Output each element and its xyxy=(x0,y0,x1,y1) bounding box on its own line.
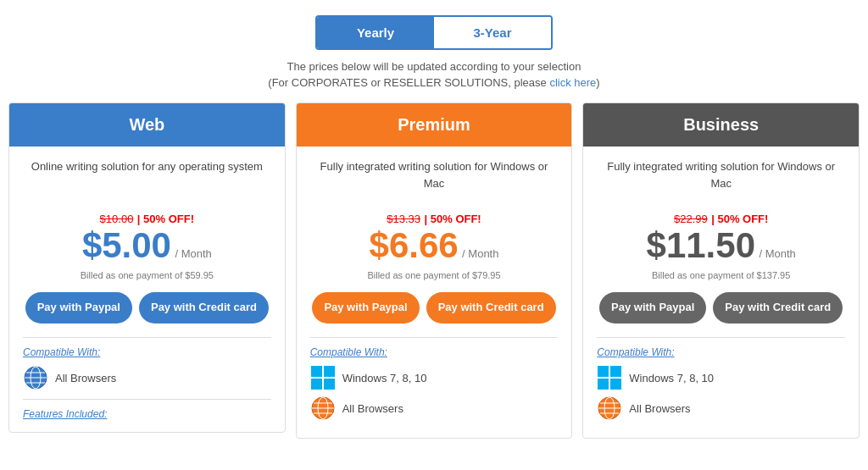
plan-premium-divider xyxy=(310,337,559,338)
plan-premium-paypal-btn[interactable]: Pay with Paypal xyxy=(312,292,419,323)
svg-rect-6 xyxy=(324,366,335,377)
plan-business-current-price: $11.50 xyxy=(647,225,755,265)
plan-premium-windows-label: Windows 7, 8, 10 xyxy=(342,372,427,384)
plan-premium-per-month: / Month xyxy=(462,247,498,260)
plan-web-current-price: $5.00 xyxy=(82,225,171,265)
plan-business-per-month: / Month xyxy=(759,247,795,260)
svg-rect-7 xyxy=(311,379,322,390)
plan-web-desc: Online writing solution for any operatin… xyxy=(23,158,271,201)
plan-premium-windows-item: Windows 7, 8, 10 xyxy=(310,365,559,390)
plan-premium-desc: Fully integrated writing solution for Wi… xyxy=(310,158,559,201)
plan-web-original-price: $10.00 xyxy=(100,213,134,225)
plan-web: Web Online writing solution for any oper… xyxy=(8,102,286,433)
plan-business-divider xyxy=(597,337,845,338)
toggle-wrapper: Yearly 3-Year xyxy=(315,15,553,50)
plan-web-divider xyxy=(23,337,271,338)
plan-business-discount: | 50% OFF! xyxy=(711,213,768,225)
plan-web-features-title: Features Included: xyxy=(23,408,271,420)
plan-business-browser-label: All Browsers xyxy=(629,402,690,415)
windows-icon-business xyxy=(597,365,622,390)
plan-business-desc: Fully integrated writing solution for Wi… xyxy=(597,158,845,201)
plan-web-body: Online writing solution for any operatin… xyxy=(9,147,285,432)
subtitle-end: ) xyxy=(596,76,599,89)
plan-web-discount: | 50% OFF! xyxy=(137,213,194,225)
plan-web-credit-btn[interactable]: Pay with Credit card xyxy=(139,292,269,323)
svg-rect-14 xyxy=(598,366,609,377)
plan-premium-pricing: $13.33 | 50% OFF! $6.66 / Month xyxy=(310,211,559,265)
plan-web-compatible-title: Compatible With: xyxy=(23,346,271,358)
globe-icon xyxy=(23,365,48,390)
svg-rect-5 xyxy=(311,366,322,377)
svg-rect-8 xyxy=(324,379,335,390)
globe-icon-premium xyxy=(310,395,336,421)
plan-business-body: Fully integrated writing solution for Wi… xyxy=(583,147,859,438)
svg-rect-17 xyxy=(610,379,621,390)
plan-business-header: Business xyxy=(583,103,859,147)
plan-business-browser-item: All Browsers xyxy=(597,395,845,421)
plan-web-browser-label: All Browsers xyxy=(55,372,116,384)
plan-web-per-month: / Month xyxy=(175,247,211,260)
plan-premium-body: Fully integrated writing solution for Wi… xyxy=(297,147,572,438)
plan-web-features-divider xyxy=(23,399,271,400)
plan-business-compatible: Compatible With: Windows 7, 8, 10 xyxy=(597,346,845,421)
billing-toggle: Yearly 3-Year xyxy=(8,8,860,50)
toggle-3year[interactable]: 3-Year xyxy=(434,17,551,48)
plan-business-original-price: $22.99 xyxy=(674,213,708,225)
plan-business-windows-item: Windows 7, 8, 10 xyxy=(597,365,845,390)
plan-business: Business Fully integrated writing soluti… xyxy=(582,102,860,439)
plan-business-compatible-title: Compatible With: xyxy=(597,346,845,358)
plan-web-header: Web xyxy=(9,103,285,147)
plan-premium-discount: | 50% OFF! xyxy=(425,213,481,225)
toggle-yearly[interactable]: Yearly xyxy=(317,17,434,48)
plan-business-pricing: $22.99 | 50% OFF! $11.50 / Month xyxy=(597,211,845,265)
click-here-link[interactable]: click here xyxy=(549,76,596,89)
plan-premium-browser-label: All Browsers xyxy=(342,402,403,415)
plan-premium-original-price: $13.33 xyxy=(387,213,420,225)
plan-business-btn-row: Pay with Paypal Pay with Credit card xyxy=(597,292,845,323)
plan-premium: Premium Fully integrated writing solutio… xyxy=(296,102,573,439)
plan-web-paypal-btn[interactable]: Pay with Paypal xyxy=(25,292,132,323)
plan-premium-credit-btn[interactable]: Pay with Credit card xyxy=(426,292,556,323)
plan-web-billed: Billed as one payment of $59.95 xyxy=(23,270,271,280)
plan-business-windows-label: Windows 7, 8, 10 xyxy=(629,372,714,384)
globe-icon-business xyxy=(597,395,622,421)
plan-business-paypal-btn[interactable]: Pay with Paypal xyxy=(599,292,706,323)
plan-business-billed: Billed as one payment of $137.95 xyxy=(597,270,845,280)
plan-premium-compatible: Compatible With: Windows 7, 8, 10 xyxy=(310,346,559,421)
plans-container: Web Online writing solution for any oper… xyxy=(8,102,860,439)
plan-web-btn-row: Pay with Paypal Pay with Credit card xyxy=(23,292,271,323)
subtitle-line1: The prices below will be updated accordi… xyxy=(8,60,860,73)
plan-web-browser-item: All Browsers xyxy=(23,365,271,390)
plan-business-credit-btn[interactable]: Pay with Credit card xyxy=(713,292,843,323)
plan-premium-current-price: $6.66 xyxy=(370,225,459,265)
subtitle-line2: (For CORPORATES or RESELLER SOLUTIONS, p… xyxy=(8,76,860,89)
svg-rect-15 xyxy=(610,366,621,377)
plan-premium-compatible-title: Compatible With: xyxy=(310,346,559,358)
plan-web-compatible: Compatible With: All Browsers xyxy=(23,346,271,390)
plan-web-pricing: $10.00 | 50% OFF! $5.00 / Month xyxy=(23,211,271,265)
plan-premium-header: Premium xyxy=(297,103,572,147)
plan-premium-billed: Billed as one payment of $79.95 xyxy=(310,270,559,280)
plan-premium-browser-item: All Browsers xyxy=(310,395,559,421)
windows-icon xyxy=(310,365,336,390)
plan-premium-btn-row: Pay with Paypal Pay with Credit card xyxy=(310,292,559,323)
svg-rect-16 xyxy=(598,379,609,390)
subtitle-text: (For CORPORATES or RESELLER SOLUTIONS, p… xyxy=(268,76,549,89)
